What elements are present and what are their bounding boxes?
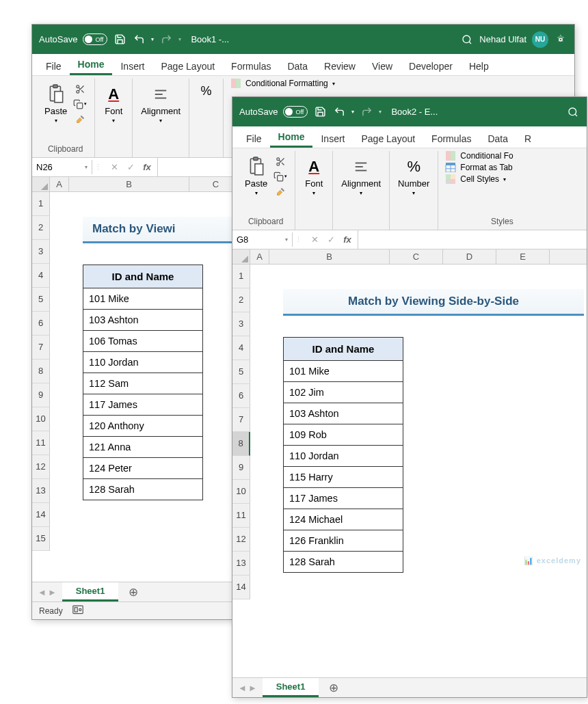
row-header[interactable]: 4	[232, 336, 250, 360]
autosave-toggle[interactable]: AutoSave Off	[239, 106, 308, 118]
format-painter-icon[interactable]	[273, 185, 288, 198]
table-cell[interactable]: 110 Jordan	[83, 352, 203, 373]
cancel-icon[interactable]: ✕	[106, 162, 122, 172]
alignment-button[interactable]: Alignment▾	[139, 83, 182, 125]
table-cell[interactable]: 128 Sarah	[83, 479, 203, 500]
tab-page-layout[interactable]: Page Layout	[353, 130, 423, 148]
row-header[interactable]: 9	[232, 456, 250, 480]
row-header[interactable]: 14	[232, 576, 250, 599]
table-cell[interactable]: 109 Rob	[284, 424, 403, 446]
tab-home[interactable]: Home	[70, 55, 113, 75]
table-cell[interactable]: 101 Mike	[284, 361, 403, 382]
row-header[interactable]: 2	[32, 216, 50, 240]
redo-dropdown[interactable]: ▾	[178, 36, 181, 42]
tab-file[interactable]: File	[238, 130, 270, 148]
search-icon[interactable]	[460, 33, 474, 46]
row-header[interactable]: 4	[32, 264, 50, 288]
col-header-a[interactable]: A	[50, 177, 69, 191]
add-sheet-icon[interactable]: ⊕	[324, 678, 343, 697]
format-as-table-button[interactable]: Format as Tab	[445, 163, 513, 172]
conditional-formatting-button[interactable]: Conditional Formatting▾	[230, 79, 335, 88]
row-header[interactable]: 11	[32, 431, 50, 455]
table-cell[interactable]: 117 James	[83, 394, 203, 416]
col-header-d[interactable]: D	[443, 249, 496, 264]
enter-icon[interactable]: ✓	[323, 234, 339, 245]
row-header[interactable]: 3	[32, 240, 50, 264]
table-cell[interactable]: 112 Sam	[83, 373, 203, 394]
save-icon[interactable]	[313, 105, 327, 119]
row-header[interactable]: 12	[232, 528, 250, 552]
table-cell[interactable]: 101 Mike	[83, 288, 203, 310]
paste-button[interactable]: Paste▾	[243, 155, 269, 198]
row-header[interactable]: 15	[32, 527, 50, 551]
tab-formulas[interactable]: Formulas	[423, 130, 479, 148]
undo-dropdown[interactable]: ▾	[151, 36, 154, 42]
table-cell[interactable]: 115 Harry	[284, 467, 403, 488]
row-header[interactable]: 9	[32, 383, 50, 407]
row-header[interactable]: 5	[32, 288, 50, 312]
table-header[interactable]: ID and Name	[284, 338, 403, 361]
table-cell[interactable]: 110 Jordan	[284, 446, 403, 467]
coming-soon-icon[interactable]	[554, 33, 567, 46]
table-cell[interactable]: 124 Michael	[284, 509, 403, 530]
copy-icon[interactable]: ▾	[273, 170, 288, 182]
undo-dropdown[interactable]: ▾	[351, 109, 354, 115]
font-button[interactable]: AFont▾	[102, 83, 125, 125]
tab-page-layout[interactable]: Page Layout	[152, 57, 223, 75]
col-header-c[interactable]: C	[390, 249, 443, 264]
table-cell[interactable]: 102 Jim	[284, 382, 403, 403]
table-cell[interactable]: 103 Ashton	[83, 310, 203, 331]
number-button[interactable]: %	[200, 83, 213, 100]
row-header[interactable]: 10	[232, 480, 250, 504]
name-box[interactable]: N26▾	[32, 160, 92, 174]
row-header[interactable]: 5	[232, 360, 250, 384]
worksheet-grid[interactable]: A B C D E 1 2 3 4 5 6 7 8 9 10 11 12 13 …	[232, 249, 587, 599]
table-cell[interactable]: 124 Peter	[83, 458, 203, 479]
paste-button[interactable]: Paste ▾	[43, 83, 68, 125]
macro-record-icon[interactable]	[72, 605, 83, 617]
table-cell[interactable]: 120 Anthony	[83, 416, 203, 437]
row-header[interactable]: 13	[32, 479, 50, 503]
conditional-formatting-button[interactable]: Conditional Fo	[445, 151, 513, 161]
copy-icon[interactable]: ▾	[72, 98, 88, 110]
table-cell[interactable]: 103 Ashton	[284, 403, 403, 424]
row-header[interactable]: 10	[32, 407, 50, 431]
tab-view[interactable]: View	[364, 57, 401, 75]
redo-icon[interactable]	[159, 33, 173, 46]
col-header-e[interactable]: E	[496, 249, 550, 264]
formula-input[interactable]	[358, 230, 587, 249]
add-sheet-icon[interactable]: ⊕	[124, 582, 143, 601]
col-header-b[interactable]: B	[269, 249, 390, 264]
row-header[interactable]: 3	[232, 312, 250, 336]
qat-more[interactable]: ▾	[379, 109, 382, 115]
row-header[interactable]: 11	[232, 504, 250, 528]
toggle-switch[interactable]: Off	[283, 106, 308, 118]
toggle-switch[interactable]: Off	[83, 33, 107, 45]
number-button[interactable]: %Number▾	[397, 155, 431, 198]
tab-review[interactable]: R	[516, 130, 539, 148]
row-header[interactable]: 14	[32, 503, 50, 527]
alignment-button[interactable]: Alignment▾	[340, 155, 382, 198]
table-cell[interactable]: 106 Tomas	[83, 331, 203, 352]
row-header[interactable]: 13	[232, 552, 250, 576]
row-header[interactable]: 6	[32, 312, 50, 336]
row-header[interactable]: 12	[32, 455, 50, 479]
row-header[interactable]: 7	[32, 336, 50, 360]
cancel-icon[interactable]: ✕	[306, 234, 323, 245]
fx-icon[interactable]: fx	[139, 162, 155, 172]
format-painter-icon[interactable]	[72, 113, 88, 125]
avatar[interactable]: NU	[532, 31, 548, 48]
tab-home[interactable]: Home	[270, 128, 313, 148]
tab-formulas[interactable]: Formulas	[223, 57, 279, 75]
table-cell[interactable]: 126 Franklin	[284, 530, 403, 552]
sheet-tab-sheet1[interactable]: Sheet1	[62, 582, 119, 601]
table-cell[interactable]: 128 Sarah	[284, 552, 403, 573]
table-cell[interactable]: 117 James	[284, 488, 403, 509]
cell-styles-button[interactable]: Cell Styles▾	[445, 174, 513, 184]
row-header[interactable]: 2	[232, 288, 250, 312]
tab-data[interactable]: Data	[279, 57, 316, 75]
col-header-a[interactable]: A	[250, 249, 269, 264]
autosave-toggle[interactable]: AutoSave Off	[39, 33, 107, 45]
select-all-corner[interactable]	[32, 177, 50, 191]
fx-icon[interactable]: fx	[339, 234, 356, 245]
